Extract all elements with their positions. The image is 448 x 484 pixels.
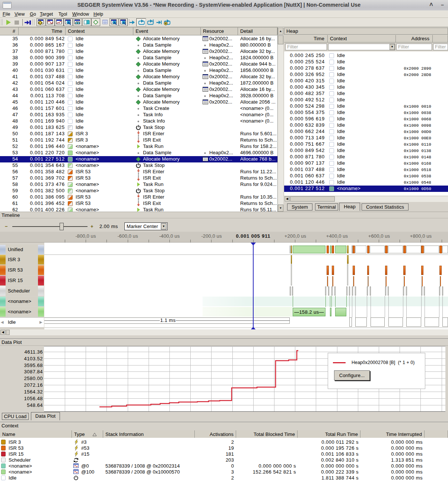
svg-text:B: B (68, 21, 70, 24)
svg-text:B: B (123, 21, 125, 24)
svg-text:B: B (114, 21, 115, 24)
